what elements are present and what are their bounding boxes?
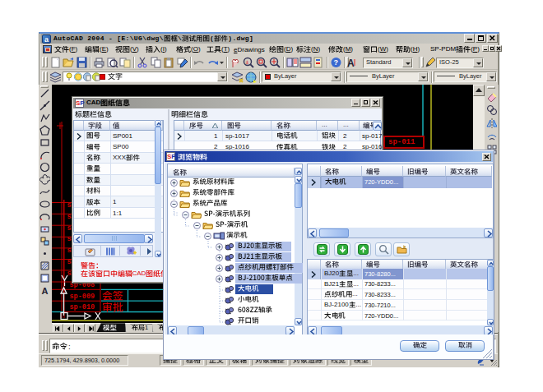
svg-text:±: ± xyxy=(246,59,249,65)
svg-text:?: ? xyxy=(334,58,339,67)
svg-text:A: A xyxy=(42,286,49,296)
svg-text:A: A xyxy=(347,58,355,68)
